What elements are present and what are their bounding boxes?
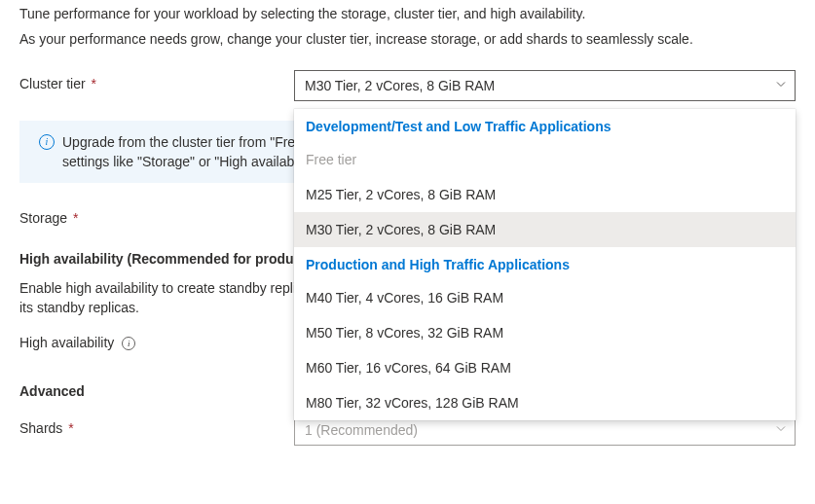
tier-option-m40[interactable]: M40 Tier, 4 vCores, 16 GiB RAM	[294, 280, 796, 315]
cluster-tier-label: Cluster tier	[19, 76, 86, 91]
intro-line-1: Tune performance for your workload by se…	[19, 4, 796, 23]
dropdown-group-prod: Production and High Traffic Applications	[294, 247, 796, 280]
shards-select-value: 1 (Recommended)	[305, 422, 418, 438]
tier-option-m30[interactable]: M30 Tier, 2 vCores, 8 GiB RAM	[294, 212, 796, 247]
dropdown-group-dev: Development/Test and Low Traffic Applica…	[294, 109, 796, 142]
info-icon[interactable]: i	[122, 337, 135, 350]
tier-option-m60[interactable]: M60 Tier, 16 vCores, 64 GiB RAM	[294, 350, 796, 385]
chevron-down-icon	[775, 79, 787, 93]
high-availability-label: High availability	[19, 335, 114, 350]
tier-option-free: Free tier	[294, 142, 796, 177]
tier-option-m80[interactable]: M80 Tier, 32 vCores, 128 GiB RAM	[294, 385, 796, 420]
info-icon: i	[39, 134, 55, 150]
chevron-down-icon	[775, 423, 787, 438]
required-mark: *	[68, 420, 73, 436]
tier-option-m25[interactable]: M25 Tier, 2 vCores, 8 GiB RAM	[294, 177, 796, 212]
intro-line-2: As your performance needs grow, change y…	[19, 29, 796, 49]
required-mark: *	[92, 76, 96, 91]
tier-option-m50[interactable]: M50 Tier, 8 vCores, 32 GiB RAM	[294, 315, 796, 350]
storage-label: Storage	[19, 210, 67, 226]
required-mark: *	[73, 210, 78, 226]
cluster-tier-select[interactable]: M30 Tier, 2 vCores, 8 GiB RAM	[294, 70, 796, 101]
cluster-tier-dropdown[interactable]: Development/Test and Low Traffic Applica…	[294, 109, 796, 420]
shards-label: Shards	[19, 420, 62, 436]
cluster-tier-select-value: M30 Tier, 2 vCores, 8 GiB RAM	[305, 78, 495, 93]
